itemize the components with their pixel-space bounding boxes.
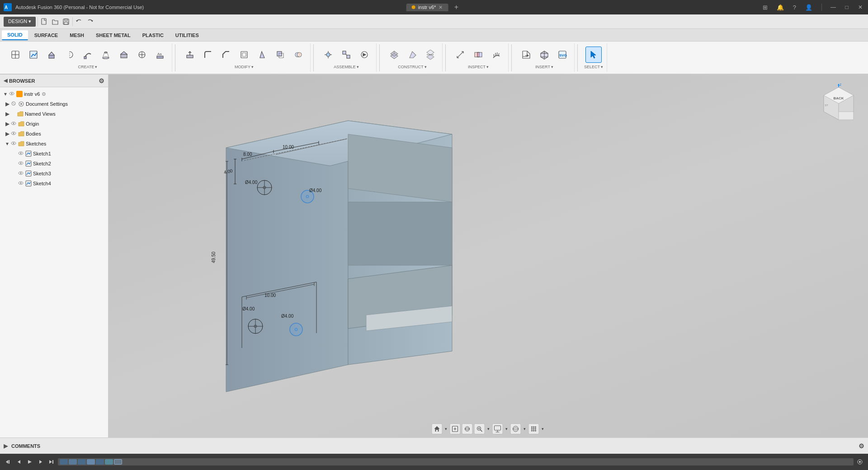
new-file-icon[interactable] (40, 17, 49, 26)
sketches-eye[interactable] (11, 141, 17, 147)
dropdown-arrow[interactable]: ▾ (444, 424, 448, 433)
design-dropdown-button[interactable]: DESIGN ▾ (4, 17, 36, 27)
timeline-play-button[interactable] (25, 457, 34, 466)
redo-icon[interactable] (85, 17, 94, 26)
assemble-dropdown-icon[interactable]: ▾ (357, 65, 359, 69)
display-settings-button[interactable] (492, 423, 503, 434)
tree-item-bodies[interactable]: ▶ Bodies (0, 129, 108, 139)
timeline-seg-5[interactable] (96, 459, 104, 465)
bodies-eye[interactable] (11, 131, 17, 137)
help-icon[interactable]: ? (791, 3, 798, 12)
press-pull-button[interactable] (182, 47, 198, 63)
grid-snap-button[interactable] (528, 423, 539, 434)
sweep-button[interactable] (80, 47, 96, 63)
sketch2-eye[interactable] (18, 160, 24, 167)
tab-sheet-metal[interactable]: SHEET METAL (90, 31, 136, 40)
open-file-icon[interactable] (51, 17, 60, 26)
modify-dropdown-icon[interactable]: ▾ (251, 65, 254, 69)
named-views-expand[interactable]: ▶ (4, 110, 11, 118)
rib-button[interactable] (116, 47, 132, 63)
select-button[interactable] (585, 47, 602, 63)
timeline-settings-button[interactable] (855, 457, 864, 466)
sketch3-eye[interactable] (18, 170, 24, 177)
orbit-button[interactable] (462, 423, 473, 434)
zoom-dropdown[interactable]: ▾ (486, 424, 491, 433)
apps-grid-icon[interactable]: ⊞ (761, 3, 769, 12)
inspect-dropdown-icon[interactable]: ▾ (486, 65, 489, 69)
tree-item-named-views[interactable]: ▶ Named Views (0, 109, 108, 119)
insert-dropdown-icon[interactable]: ▾ (551, 65, 553, 69)
comments-collapse-icon[interactable]: ▶ (4, 443, 8, 449)
viewport[interactable]: 8.00 10.00 4.00 Ø4.00 Ø4.00 49.50 10.00 … (108, 75, 868, 438)
drive-joints-button[interactable] (356, 47, 373, 63)
tab-solid[interactable]: SOLID (2, 30, 28, 40)
sketch1-eye[interactable] (18, 150, 24, 157)
comments-settings-icon[interactable]: ⚙ (859, 442, 864, 450)
tree-item-sketches[interactable]: ▾ Sketches (0, 139, 108, 149)
display-dropdown[interactable]: ▾ (505, 424, 509, 433)
timeline-seg-6[interactable] (105, 459, 113, 465)
browser-collapse-icon[interactable]: ◀ (4, 78, 7, 84)
root-settings-icon[interactable]: ⚙ (42, 91, 46, 97)
plane-at-angle-button[interactable] (404, 47, 420, 63)
tree-item-sketch3[interactable]: Sketch3 (0, 169, 108, 179)
origin-expand[interactable]: ▶ (4, 120, 11, 127)
browser-settings-icon[interactable]: ⚙ (99, 77, 104, 85)
tree-item-doc-settings[interactable]: ▶ Document Settings (0, 99, 108, 109)
midplane-button[interactable] (422, 47, 439, 63)
minimize-button[interactable]: — (829, 3, 837, 11)
draft-button[interactable] (254, 47, 270, 63)
zoom-button[interactable] (474, 423, 485, 434)
maximize-button[interactable]: □ (843, 3, 851, 11)
extrude-button[interactable] (43, 47, 60, 63)
curvature-comb-button[interactable] (488, 47, 505, 63)
sketch4-eye[interactable] (18, 180, 24, 187)
undo-icon[interactable] (75, 17, 84, 26)
root-expand-icon[interactable]: ▾ (2, 90, 9, 98)
combine-button[interactable] (290, 47, 307, 63)
emboss-button[interactable]: Aa (152, 47, 168, 63)
timeline-seg-active[interactable] (114, 459, 122, 465)
new-component-button[interactable] (7, 47, 24, 63)
fillet-button[interactable] (200, 47, 216, 63)
create-dropdown-icon[interactable]: ▾ (95, 65, 97, 69)
sketches-expand[interactable]: ▾ (4, 140, 11, 147)
tree-item-sketch4[interactable]: Sketch4 (0, 179, 108, 188)
insert-mesh-button[interactable] (536, 47, 552, 63)
doc-settings-expand[interactable]: ▶ (4, 100, 11, 108)
home-view-button[interactable] (432, 423, 443, 434)
insert-derive-button[interactable] (518, 47, 534, 63)
visual-style-button[interactable] (510, 423, 521, 434)
scale-button[interactable] (272, 47, 288, 63)
timeline-end-button[interactable] (47, 457, 56, 466)
timeline-seg-2[interactable] (69, 459, 77, 465)
bodies-expand[interactable]: ▶ (4, 130, 11, 137)
timeline-seg-4[interactable] (87, 459, 95, 465)
view-cube[interactable]: BACK ST Z (818, 84, 859, 124)
rigid-group-button[interactable] (338, 47, 354, 63)
measure-button[interactable] (452, 47, 468, 63)
timeline-track[interactable] (58, 458, 854, 465)
root-eye-icon[interactable] (9, 91, 15, 97)
user-icon[interactable]: 👤 (803, 3, 814, 12)
offset-plane-button[interactable] (386, 47, 402, 63)
close-button[interactable]: ✕ (856, 3, 864, 11)
revolve-button[interactable] (61, 47, 78, 63)
web-button[interactable] (134, 47, 150, 63)
joint-button[interactable] (320, 47, 336, 63)
shell-button[interactable] (236, 47, 252, 63)
chamfer-button[interactable] (218, 47, 234, 63)
timeline-prev-button[interactable] (14, 457, 24, 466)
tree-item-sketch2[interactable]: Sketch2 (0, 159, 108, 169)
visual-dropdown[interactable]: ▾ (523, 424, 527, 433)
tree-item-origin[interactable]: ▶ Origin (0, 119, 108, 129)
file-tab[interactable]: instr v6* ✕ (406, 4, 448, 11)
tab-surface[interactable]: SURFACE (29, 31, 64, 40)
tab-close-icon[interactable]: ✕ (439, 5, 443, 10)
create-sketch-button[interactable] (25, 47, 42, 63)
select-dropdown-icon[interactable]: ▾ (601, 65, 603, 69)
grid-dropdown[interactable]: ▾ (541, 424, 545, 433)
tree-item-root[interactable]: ▾ instr v6 ⚙ (0, 89, 108, 99)
tree-item-sketch1[interactable]: Sketch1 (0, 149, 108, 159)
insert-svg-button[interactable]: SVG (554, 47, 571, 63)
